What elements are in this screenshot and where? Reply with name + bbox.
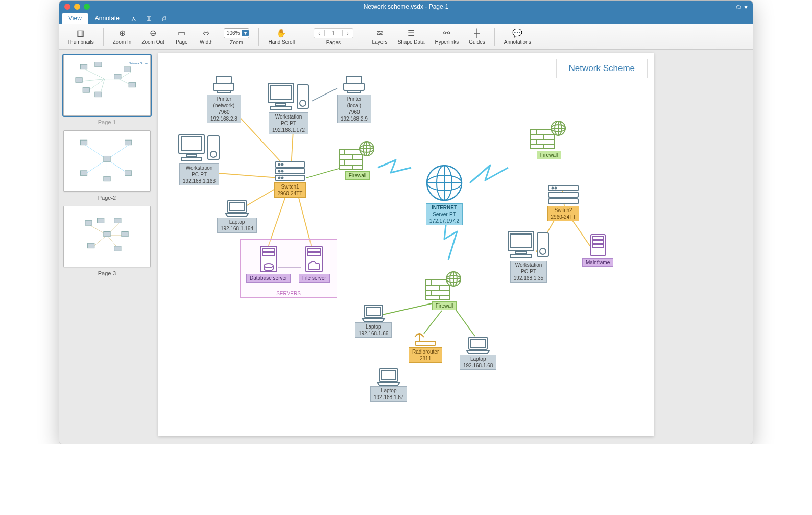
svg-rect-74 xyxy=(593,237,603,240)
svg-text:Network Scheme: Network Scheme xyxy=(129,62,148,65)
node-radiorouter[interactable]: Radiorouter2811 xyxy=(409,331,442,363)
svg-point-72 xyxy=(540,248,546,254)
shape-data-button[interactable]: ☰Shape Data xyxy=(393,27,430,46)
thumb-label-1: Page-1 xyxy=(63,119,151,125)
node-workstation-1[interactable]: WorkstationPC-PT192.168.1.172 xyxy=(266,81,312,134)
svg-rect-31 xyxy=(271,106,291,109)
svg-rect-35 xyxy=(181,137,202,150)
svg-rect-64 xyxy=(548,199,578,204)
node-printer-network[interactable]: Printer(network)7960192.168.2.8 xyxy=(207,73,241,123)
svg-rect-75 xyxy=(593,241,603,244)
node-database-server[interactable]: Database server xyxy=(246,244,291,283)
hand-scroll-button[interactable]: ✋Hand Scroll xyxy=(263,27,300,46)
thumbnail-page-1[interactable]: Network Scheme xyxy=(63,55,151,116)
svg-rect-0 xyxy=(80,64,87,69)
diagram-canvas: Network Scheme xyxy=(158,53,654,436)
node-workstation-2[interactable]: WorkstationPC-PT192.168.1.163 xyxy=(176,132,222,185)
pdf-icon[interactable]: ⋏ xyxy=(127,13,141,24)
svg-point-50 xyxy=(282,177,283,179)
svg-point-39 xyxy=(210,151,217,157)
annotations-button[interactable]: 💬Annotations xyxy=(499,27,536,46)
thumbnails-button[interactable]: ▥Thumbnails xyxy=(62,27,99,46)
svg-rect-11 xyxy=(104,156,110,161)
svg-point-91 xyxy=(264,264,273,268)
app-window: Network scheme.vsdx - Page-1 ☺ ▾ View An… xyxy=(59,0,753,444)
node-file-server[interactable]: File server xyxy=(299,244,330,283)
node-laptop-1[interactable]: Laptop192.168.1.164 xyxy=(217,198,257,233)
node-firewall-3[interactable]: Firewall xyxy=(424,270,465,310)
page-number: 1 xyxy=(324,30,343,36)
print-icon[interactable]: ⎙ xyxy=(157,13,172,24)
svg-point-47 xyxy=(279,171,280,172)
svg-point-33 xyxy=(300,100,306,106)
svg-rect-21 xyxy=(114,246,121,251)
chevron-down-icon[interactable]: ▾ xyxy=(242,30,249,36)
node-workstation-3[interactable]: WorkstationPC-PT192.168.1.35 xyxy=(506,229,552,283)
layers-button[interactable]: ≋Layers xyxy=(367,27,393,46)
label: Annotations xyxy=(504,39,531,45)
thumb-label-2: Page-2 xyxy=(63,195,151,201)
node-firewall-1[interactable]: Firewall xyxy=(337,139,378,180)
servers-group-label: SERVERS xyxy=(241,291,337,296)
menubar: View Annotate ⋏ ✎⃝ ⎙ xyxy=(59,13,753,24)
svg-rect-4 xyxy=(83,88,89,92)
label: Zoom Out xyxy=(141,39,164,45)
svg-rect-15 xyxy=(85,221,92,225)
node-mainframe[interactable]: Mainframe xyxy=(582,232,613,267)
node-laptop-2[interactable]: Laptop192.168.1.66 xyxy=(355,303,392,338)
svg-rect-19 xyxy=(122,231,128,236)
svg-rect-5 xyxy=(124,67,131,72)
content-area: Network Scheme Page-1 Page-2 Page-3 Netw… xyxy=(59,50,753,444)
node-switch-1[interactable]: Switch12960-24TT xyxy=(273,160,307,198)
signature-icon[interactable]: ✎⃝ xyxy=(142,13,156,24)
node-laptop-4[interactable]: Laptop192.168.1.68 xyxy=(460,335,496,370)
zoom-level[interactable]: 106%▾ Zoom xyxy=(219,27,255,47)
zoom-page-button[interactable]: ▭Page xyxy=(170,27,194,46)
tab-annotate[interactable]: Annotate xyxy=(89,13,126,24)
svg-point-66 xyxy=(555,188,557,189)
zoom-in-button[interactable]: ⊕Zoom In xyxy=(108,27,137,46)
node-internet[interactable]: INTERNETServer-PT172.17.197.2 xyxy=(424,162,465,225)
canvas-viewport[interactable]: Network Scheme xyxy=(155,50,753,444)
edge-fw3-laptop4 xyxy=(455,308,475,336)
svg-rect-24 xyxy=(217,90,230,93)
thumbnails-panel: Network Scheme Page-1 Page-2 Page-3 xyxy=(59,50,155,444)
svg-rect-29 xyxy=(271,86,291,99)
node-printer-local[interactable]: Printer(local)7960192.168.2.9 xyxy=(337,73,371,123)
node-firewall-2[interactable]: Firewall xyxy=(529,119,569,159)
thumb-label-3: Page-3 xyxy=(63,270,151,276)
label: Thumbnails xyxy=(67,39,94,45)
svg-rect-89 xyxy=(262,248,275,251)
svg-rect-22 xyxy=(216,76,231,83)
svg-rect-2 xyxy=(114,74,121,79)
svg-rect-93 xyxy=(308,248,320,251)
svg-rect-9 xyxy=(80,140,87,145)
zoom-out-button[interactable]: ⊖Zoom Out xyxy=(136,27,169,46)
zoom-width-button[interactable]: ⬄Width xyxy=(194,27,219,46)
svg-rect-26 xyxy=(344,83,364,90)
close-button[interactable] xyxy=(64,4,70,10)
minimize-button[interactable] xyxy=(74,4,80,10)
zoom-value: 106% xyxy=(224,30,243,36)
maximize-button[interactable] xyxy=(84,4,90,10)
thumbnail-page-2[interactable] xyxy=(63,130,151,192)
label: Pages xyxy=(326,40,341,45)
node-laptop-3[interactable]: Laptop192.168.1.67 xyxy=(370,367,407,402)
thumbnail-page-3[interactable] xyxy=(63,206,151,267)
titlebar-menu[interactable]: ☺ ▾ xyxy=(735,3,748,11)
prev-page-button[interactable]: ‹ xyxy=(314,30,324,36)
hyperlinks-button[interactable]: ⚯Hyperlinks xyxy=(429,27,464,46)
next-page-button[interactable]: › xyxy=(343,30,353,36)
svg-rect-12 xyxy=(80,171,87,175)
label: Width xyxy=(200,39,213,45)
label: Guides xyxy=(469,39,485,45)
svg-rect-14 xyxy=(104,176,110,181)
node-switch-2[interactable]: Switch22960-24TT xyxy=(546,183,580,221)
window-title: Network scheme.vsdx - Page-1 xyxy=(59,3,753,10)
tab-view[interactable]: View xyxy=(62,13,88,24)
guides-button[interactable]: ┼Guides xyxy=(464,27,490,46)
svg-point-46 xyxy=(282,164,283,166)
svg-rect-23 xyxy=(213,83,234,90)
bolt-internet-fw2 xyxy=(470,165,508,183)
pages-nav[interactable]: ‹1› Pages xyxy=(308,27,358,47)
